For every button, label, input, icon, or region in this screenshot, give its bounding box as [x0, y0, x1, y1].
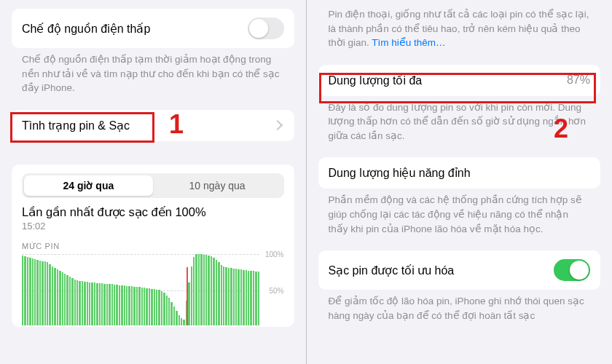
max-capacity-row[interactable]: Dung lượng tối đa 87% [318, 65, 601, 96]
learn-more-link[interactable]: Tìm hiểu thêm… [372, 37, 445, 48]
battery-level-label: MỨC PIN [22, 242, 284, 251]
max-capacity-value: 87% [567, 74, 590, 87]
intro-caption: Pin điện thoại, giống như tất cả các loạ… [318, 0, 601, 58]
max-capacity-caption: Đây là số đo dung lượng pin so với khi p… [318, 96, 601, 151]
right-pane: Pin điện thoại, giống như tất cả các loạ… [307, 0, 613, 364]
optimized-row[interactable]: Sạc pin được tối ưu hóa [318, 250, 601, 290]
ytick-100: 100% [265, 250, 284, 258]
battery-level-chart: 100% 50% [22, 254, 284, 327]
left-pane: Chế độ nguồn điện thấp Chế độ nguồn điện… [0, 0, 306, 364]
low-power-row[interactable]: Chế độ nguồn điện thấp [12, 9, 294, 48]
seg-24h[interactable]: 24 giờ qua [24, 175, 153, 196]
seg-10d[interactable]: 10 ngày qua [153, 175, 282, 196]
battery-status-label: Tình trạng pin & Sạc [22, 119, 130, 132]
optimized-caption: Để giảm tốc độ lão hóa pin, iPhone ghi n… [318, 290, 601, 330]
optimized-toggle[interactable] [554, 259, 590, 281]
low-power-label: Chế độ nguồn điện thấp [22, 22, 150, 36]
peak-perf-row[interactable]: Dung lượng hiệu năng đỉnh [318, 157, 601, 189]
low-power-caption: Chế độ nguồn điện thấp tạm thời giảm hoạ… [12, 48, 294, 103]
ytick-50: 50% [269, 286, 283, 294]
last-charge-time: 15:02 [22, 221, 284, 232]
chevron-right-icon [272, 120, 282, 130]
low-power-toggle[interactable] [248, 17, 284, 39]
peak-perf-label: Dung lượng hiệu năng đỉnh [329, 166, 471, 180]
optimized-label: Sạc pin được tối ưu hóa [329, 264, 455, 277]
battery-status-row[interactable]: Tình trạng pin & Sạc [12, 110, 294, 141]
history-card: 24 giờ qua 10 ngày qua Lần gần nhất được… [12, 165, 294, 327]
max-capacity-label: Dung lượng tối đa [329, 74, 423, 87]
time-range-segment[interactable]: 24 giờ qua 10 ngày qua [22, 173, 284, 198]
charge-start-marker [187, 267, 188, 325]
last-charge-title: Lần gần nhất được sạc đến 100% [22, 205, 284, 219]
peak-perf-caption: Phần mềm động và các hệ thống phần cứng … [318, 189, 601, 243]
